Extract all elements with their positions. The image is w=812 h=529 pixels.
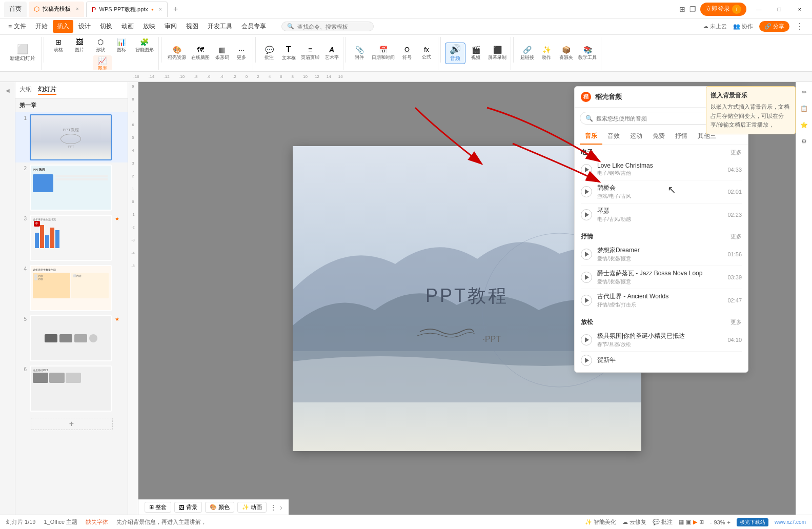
icon-button[interactable]: 📊图标 [112, 37, 131, 54]
play-button-7[interactable] [581, 355, 592, 366]
kuake-tab-lyric[interactable]: 抒情 [670, 129, 693, 145]
menu-start[interactable]: 开始 [31, 20, 52, 33]
daoke-resource-button[interactable]: 🎨稻壳资源 [166, 45, 188, 62]
kuake-search-input[interactable] [596, 115, 707, 121]
music-item-1[interactable]: 鹊桥会 游戏/电子/古风 02:01 [581, 180, 742, 204]
menu-review[interactable]: 审阅 [160, 20, 181, 33]
shape-button[interactable]: ⬡形状 [91, 37, 110, 54]
online-mindmap-button[interactable]: 🗺在线脑图 [189, 45, 212, 62]
menu-transition[interactable]: 切换 [96, 20, 116, 33]
maximize-button[interactable]: □ [771, 3, 787, 15]
more-options[interactable]: ⋮ [270, 503, 277, 512]
play-button-4[interactable] [581, 272, 592, 283]
slide-item-2[interactable]: 2 PPT教程 [15, 162, 128, 213]
doc-tab-close[interactable]: × [159, 7, 162, 12]
view-normal[interactable]: ▦ [679, 519, 684, 525]
barcode-button[interactable]: ▦条形码 [213, 45, 231, 62]
kuake-tab-sfx[interactable]: 音效 [602, 129, 625, 145]
new-slide-button[interactable]: ⬜ 新建幻灯片 [7, 43, 38, 64]
add-tab-button[interactable]: + [170, 3, 182, 15]
audio-button[interactable]: 🔊 音频 [445, 43, 465, 64]
section-lyric-more[interactable]: 更多 [730, 233, 742, 240]
menu-design[interactable]: 设计 [74, 20, 95, 33]
music-item-3[interactable]: 梦想家Dreamer 爱情/浪漫/惬意 01:56 [581, 243, 742, 266]
resource-folder-button[interactable]: 📦资源夹 [557, 45, 575, 62]
datetime-button[interactable]: 📅日期和时间 [370, 45, 397, 62]
wps-tab-close[interactable]: × [76, 6, 79, 12]
comments-btn[interactable]: 💬 批注 [653, 518, 673, 526]
anim-btn[interactable]: ✨ 动画 [237, 502, 267, 513]
add-slide-area[interactable]: + [15, 414, 128, 434]
kuake-tab-free[interactable]: 免费 [647, 129, 670, 145]
search-bar[interactable]: 🔍 [281, 22, 374, 31]
picture-button[interactable]: 🖼图片 [70, 37, 89, 54]
more-menu[interactable]: ⋮ [796, 22, 804, 31]
close-button[interactable]: × [791, 3, 808, 15]
formula-button[interactable]: fx公式 [417, 45, 436, 62]
more-button[interactable]: ···更多 [232, 45, 251, 62]
teaching-tools-button[interactable]: 📚教学工具 [576, 45, 599, 62]
rv-copy-icon[interactable]: 📋 [798, 103, 810, 115]
play-button-2[interactable] [581, 209, 592, 220]
chart-button[interactable]: 📈图表 [93, 55, 112, 70]
login-button[interactable]: 立即登录 T [700, 3, 746, 16]
play-button-6[interactable] [581, 334, 592, 345]
music-item-0[interactable]: Love Like Christmas 电子/钢琴/吉他 04:33 [581, 159, 742, 180]
slide-item-3[interactable]: 3 近年来学生生活情况 中 ★ [15, 213, 128, 263]
menu-vip[interactable]: 会员专享 [237, 20, 270, 33]
attach-button[interactable]: 📎附件 [350, 45, 369, 62]
zoom-out[interactable]: - [710, 519, 712, 525]
view-grid[interactable]: ▣ [686, 519, 691, 525]
hyperlink-button[interactable]: 🔗超链接 [518, 45, 536, 62]
screen-record-button[interactable]: ⬛屏幕录制 [486, 45, 509, 62]
music-item-4[interactable]: 爵士嘉萨落瓦 - Jazz Bossa Nova Loop 爱情/浪漫/惬意 0… [581, 266, 742, 289]
kuake-tab-music[interactable]: 音乐 [580, 129, 602, 145]
repair-btn[interactable]: ☁ 云修复 [622, 518, 646, 526]
music-item-2[interactable]: 琴瑟 电子/古风/动感 02:23 [581, 204, 742, 226]
tab-doc[interactable]: P WPS PPT教程.pptx ● × [86, 2, 168, 17]
menu-insert[interactable]: 插入 [53, 20, 73, 33]
header-footer-button[interactable]: ≡页眉页脚 [299, 45, 321, 62]
grid-icon[interactable]: ⊞ [679, 5, 685, 13]
expand-icon[interactable]: › [280, 503, 282, 512]
textbox-button[interactable]: T文本框 [279, 44, 298, 63]
search-input[interactable] [297, 24, 368, 30]
kuake-tab-sport[interactable]: 运动 [625, 129, 647, 145]
menu-file[interactable]: ≡ 文件 [4, 20, 30, 33]
slide-item-6[interactable]: 6 这是基础PPT [15, 363, 128, 414]
slide-item-5[interactable]: 5 ★ [15, 313, 128, 363]
share-button[interactable]: 🔗 分享 [759, 21, 789, 32]
section-relax-more[interactable]: 更多 [730, 318, 742, 326]
rv-pen-icon[interactable]: ✏ [798, 86, 810, 98]
section-electronic-more[interactable]: 更多 [730, 149, 742, 156]
minimize-button[interactable]: — [750, 3, 767, 15]
play-button-1[interactable] [581, 186, 592, 197]
collaborate-btn[interactable]: 👥 协作 [733, 23, 753, 30]
tab-slides[interactable]: 幻灯片 [38, 85, 56, 95]
comment-button[interactable]: 💬批注 [260, 45, 278, 62]
add-slide-button[interactable]: + [31, 418, 113, 430]
menu-slideshow[interactable]: 放映 [139, 20, 159, 33]
color-btn[interactable]: 🎨 颜色 [205, 502, 234, 513]
slide-item-1[interactable]: 1 PPT教程 ·PPT [15, 112, 128, 162]
play-button-3[interactable] [581, 249, 592, 260]
wordart-button[interactable]: A艺术字 [322, 45, 341, 62]
rv-settings-icon[interactable]: ⚙ [798, 135, 810, 148]
tab-wps-template[interactable]: ⬡ 找稿壳模板 × [29, 2, 84, 17]
play-button-5[interactable] [581, 295, 592, 306]
menu-view[interactable]: 视图 [182, 20, 202, 33]
smart-shape-button[interactable]: 🧩智能图形 [133, 37, 156, 54]
music-item-6[interactable]: 极具氛围|你的圣诞小精灵已抵达 春节/旦器/放松 04:10 [581, 329, 742, 352]
symbol-button[interactable]: Ω符号 [398, 45, 416, 62]
tab-outline[interactable]: 大纲 [19, 85, 32, 95]
music-item-5[interactable]: 古代世界 - Ancient Worlds 抒情/感性/打击乐 02:47 [581, 289, 742, 312]
menu-animation[interactable]: 动画 [117, 20, 138, 33]
play-button-0[interactable] [581, 164, 592, 175]
rv-star-icon[interactable]: ⭐ [798, 119, 810, 131]
table-button[interactable]: ⊞表格 [49, 37, 68, 54]
adjust-btn[interactable]: ⊞ 整套 [145, 502, 171, 513]
bg-btn[interactable]: 🖼 背景 [174, 502, 202, 513]
music-item-7[interactable]: 贺新年 [581, 352, 742, 369]
tab-home[interactable]: 首页 [4, 2, 27, 17]
view-fit[interactable]: ⊞ [699, 519, 704, 525]
